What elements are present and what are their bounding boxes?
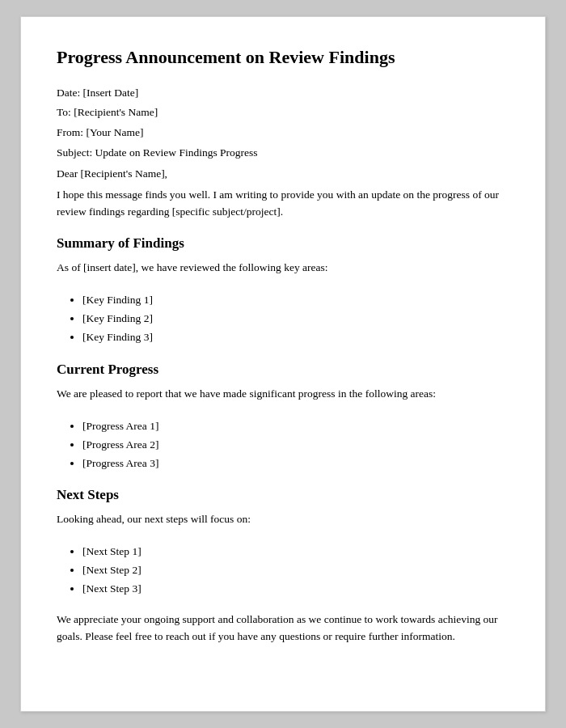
next-steps-list: [Next Step 1] [Next Step 2] [Next Step 3…	[82, 543, 509, 599]
meta-subject: Subject: Update on Review Findings Progr…	[57, 146, 509, 161]
document-title: Progress Announcement on Review Findings	[57, 46, 509, 70]
next-steps-heading: Next Steps	[57, 487, 509, 503]
meta-from: From: [Your Name]	[57, 125, 509, 141]
list-item: [Next Step 1]	[82, 543, 509, 561]
progress-heading: Current Progress	[57, 362, 509, 378]
list-item: [Key Finding 1]	[82, 291, 509, 310]
list-item: [Progress Area 2]	[82, 436, 509, 455]
list-item: [Next Step 2]	[82, 561, 509, 580]
list-item: [Key Finding 3]	[82, 328, 509, 347]
meta-date: Date: [Insert Date]	[57, 86, 509, 101]
list-item: [Next Step 3]	[82, 580, 509, 599]
list-item: [Progress Area 3]	[82, 455, 509, 473]
list-item: [Progress Area 1]	[82, 417, 509, 436]
salutation: Dear [Recipient's Name],	[57, 167, 509, 180]
list-item: [Key Finding 2]	[82, 310, 509, 328]
next-steps-intro: Looking ahead, our next steps will focus…	[57, 511, 509, 528]
summary-heading: Summary of Findings	[57, 235, 509, 252]
closing-paragraph: We appreciate your ongoing support and c…	[57, 612, 509, 645]
intro-paragraph: I hope this message finds you well. I am…	[57, 187, 509, 221]
meta-to: To: [Recipient's Name]	[57, 105, 509, 121]
document-container: Progress Announcement on Review Findings…	[20, 16, 546, 712]
progress-list: [Progress Area 1] [Progress Area 2] [Pro…	[82, 417, 509, 473]
progress-intro: We are pleased to report that we have ma…	[57, 386, 509, 403]
summary-list: [Key Finding 1] [Key Finding 2] [Key Fin…	[82, 291, 509, 347]
summary-intro: As of [insert date], we have reviewed th…	[57, 260, 509, 277]
